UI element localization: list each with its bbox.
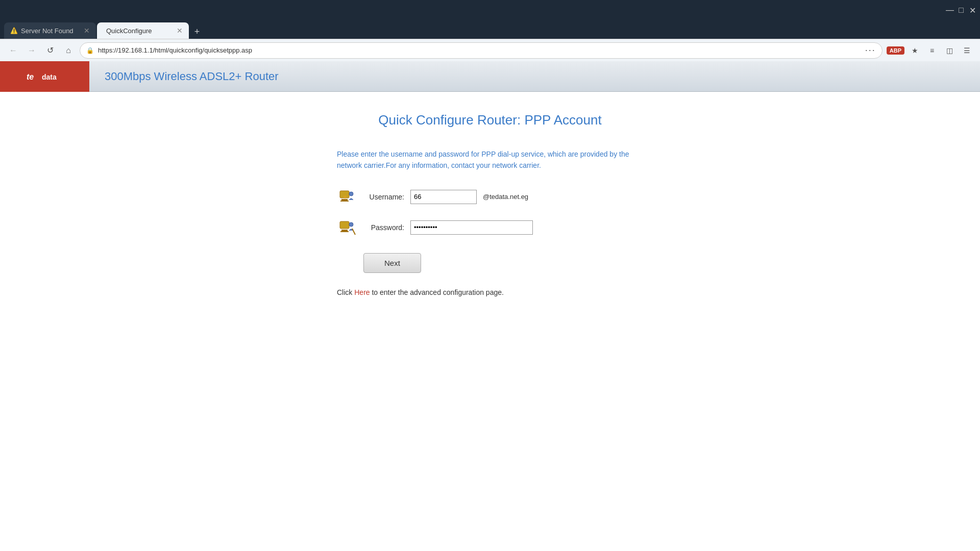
svg-point-7 [344, 195, 347, 198]
maximize-button[interactable]: □ [958, 7, 965, 14]
minimize-button[interactable]: — [946, 7, 953, 14]
username-icon-svg [338, 188, 356, 206]
page-content: te data 300Mbps Wireless ADSL2+ Router Q… [0, 61, 980, 551]
description-text: Please enter the username and password f… [337, 148, 643, 171]
form-container: Quick Configure Router: PPP Account Plea… [337, 112, 643, 296]
svg-text:data: data [42, 73, 57, 81]
lock-icon: 🔒 [86, 47, 94, 54]
svg-rect-5 [340, 201, 349, 202]
close-button[interactable]: ✕ [969, 7, 976, 14]
username-input[interactable] [410, 190, 477, 204]
library-icon[interactable]: ≡ [925, 43, 939, 58]
username-label: Username: [363, 193, 404, 201]
browser-chrome: — □ ✕ ⚠️ Server Not Found ✕ QuickConfigu… [0, 0, 980, 61]
password-label: Password: [363, 223, 404, 232]
svg-text:te: te [27, 72, 34, 81]
back-button[interactable]: ← [6, 43, 20, 58]
title-bar-controls: — □ ✕ [946, 7, 976, 14]
toolbar-icons: ABP ★ ≡ ◫ ☰ [887, 43, 974, 58]
tab-quickconfigure-close[interactable]: ✕ [177, 27, 183, 35]
password-icon [337, 217, 357, 238]
svg-rect-9 [341, 230, 348, 231]
tab-server-not-found-label: Server Not Found [21, 27, 74, 35]
svg-point-6 [349, 192, 353, 196]
url-text: https://192.168.1.1/html/quickconfig/qui… [98, 46, 861, 54]
adblock-badge[interactable]: ABP [887, 46, 904, 55]
username-icon [337, 187, 357, 207]
router-title-text: 300Mbps Wireless ADSL2+ Router [105, 70, 279, 83]
logo-area: te data [0, 61, 89, 92]
here-link[interactable]: Here [354, 288, 370, 296]
forward-button[interactable]: → [24, 43, 39, 58]
tabs-row: ⚠️ Server Not Found ✕ QuickConfigure ✕ + [0, 20, 980, 39]
main-area: Quick Configure Router: PPP Account Plea… [0, 92, 980, 317]
svg-point-11 [349, 222, 353, 227]
svg-rect-8 [340, 221, 349, 229]
svg-rect-10 [340, 231, 349, 232]
svg-rect-4 [341, 199, 348, 201]
password-row: Password: [337, 217, 643, 238]
password-icon-svg [338, 218, 356, 237]
page-title: Quick Configure Router: PPP Account [337, 112, 643, 128]
address-more-button[interactable]: ··· [865, 45, 876, 56]
router-header: te data 300Mbps Wireless ADSL2+ Router [0, 61, 980, 92]
address-bar[interactable]: 🔒 https://192.168.1.1/html/quickconfig/q… [80, 42, 883, 59]
bookmark-icon[interactable]: ★ [908, 43, 922, 58]
advanced-link-row: Click Here to enter the advanced configu… [337, 288, 643, 296]
home-button[interactable]: ⌂ [61, 43, 76, 58]
tab-quickconfigure[interactable]: QuickConfigure ✕ [97, 22, 189, 39]
next-button[interactable]: Next [363, 253, 421, 273]
address-bar-row: ← → ↺ ⌂ 🔒 https://192.168.1.1/html/quick… [0, 39, 980, 61]
sidebar-icon[interactable]: ◫ [942, 43, 957, 58]
advanced-text-after: to enter the advanced configuration page… [372, 288, 503, 296]
tab-quickconfigure-label: QuickConfigure [106, 27, 152, 35]
password-input[interactable] [410, 220, 533, 235]
refresh-button[interactable]: ↺ [43, 43, 57, 58]
svg-line-12 [352, 229, 355, 235]
tab-server-not-found[interactable]: ⚠️ Server Not Found ✕ [4, 22, 96, 39]
tedata-logo: te data [19, 66, 70, 87]
title-bar: — □ ✕ [0, 0, 980, 20]
domain-suffix: @tedata.net.eg [483, 193, 528, 201]
new-tab-button[interactable]: + [190, 24, 204, 39]
menu-icon[interactable]: ☰ [960, 43, 974, 58]
tab-warning-icon: ⚠️ [10, 27, 18, 34]
advanced-text-before: Click [337, 288, 354, 296]
next-button-row: Next [337, 248, 643, 273]
tab-server-not-found-close[interactable]: ✕ [84, 27, 90, 35]
username-row: Username: @tedata.net.eg [337, 187, 643, 207]
